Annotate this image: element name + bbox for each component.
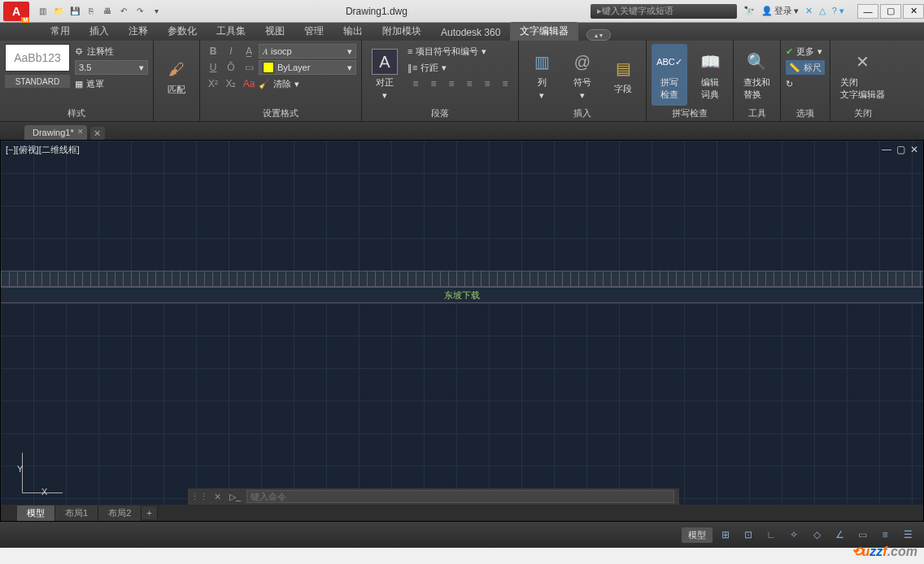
align-center-button[interactable]: ≡ <box>425 76 442 91</box>
mask-button[interactable]: ▦ 遮罩 <box>75 76 148 91</box>
ribbon-collapse-button[interactable]: ▴ ▾ <box>586 29 611 41</box>
drawing-canvas[interactable]: [−][俯视][二维线框] — ▢ ✕ 东坡下载 Y X ⋮⋮ ✕ ▷_ 模型 … <box>0 140 924 522</box>
panel-match: 🖌 匹配 <box>154 41 200 121</box>
edit-dict-button[interactable]: 📖编辑 词典 <box>692 44 728 106</box>
tab-parametric[interactable]: 参数化 <box>158 22 207 41</box>
status-dyn-icon[interactable]: ▭ <box>852 527 872 543</box>
vp-minimize-icon[interactable]: — <box>882 144 891 155</box>
redo-opt-button[interactable]: ↻ <box>786 76 825 91</box>
overline-button[interactable]: Ō <box>223 60 239 75</box>
match-button[interactable]: 🖌 匹配 <box>159 44 194 108</box>
align-right-button[interactable]: ≡ <box>443 76 460 91</box>
qat-undo-icon[interactable]: ↶ <box>117 5 130 18</box>
vp-maximize-icon[interactable]: ▢ <box>896 144 905 155</box>
column-icon: ▥ <box>529 49 555 75</box>
command-input[interactable] <box>246 490 674 503</box>
tab-home[interactable]: 常用 <box>41 22 80 41</box>
align-dist-button[interactable]: ≡ <box>479 76 495 91</box>
login-button[interactable]: 👤 登录 ▾ <box>761 5 799 17</box>
tab-manage[interactable]: 管理 <box>294 22 333 41</box>
tab-close-icon[interactable]: ✕ <box>77 128 84 136</box>
justify-button[interactable]: A 对正▾ <box>367 44 403 106</box>
align-justify-button[interactable]: ≡ <box>461 76 477 91</box>
qat-new-icon[interactable]: ▥ <box>36 5 49 18</box>
layer-color-dropdown[interactable]: ByLayer▾ <box>259 60 356 75</box>
status-grid-icon[interactable]: ⊞ <box>716 527 735 543</box>
clear-format-button[interactable]: 🧹 清除 ▾ <box>259 76 299 91</box>
tab-tools[interactable]: 工具集 <box>207 22 255 41</box>
tab-addins[interactable]: 附加模块 <box>373 22 431 41</box>
vp-close-icon[interactable]: ✕ <box>910 144 918 155</box>
status-otrack-icon[interactable]: ∠ <box>830 527 849 543</box>
font-dropdown[interactable]: 𝐴 isocp▾ <box>259 44 356 59</box>
style-name[interactable]: STANDARD <box>5 75 70 88</box>
layout-tab-add[interactable]: + <box>142 506 157 519</box>
add-document-tab[interactable]: ✕ <box>90 127 105 140</box>
italic-button[interactable]: I <box>223 44 239 59</box>
minimize-button[interactable]: — <box>857 4 878 19</box>
find-replace-button[interactable]: 🔍查找和 替换 <box>739 44 775 106</box>
binoculars-icon[interactable]: 🔭 <box>743 6 755 16</box>
inline-text[interactable]: 东坡下载 <box>444 289 480 302</box>
close-button[interactable]: ✕ <box>903 4 924 19</box>
spellcheck-button[interactable]: ABC✓拼写 检查 <box>652 44 687 106</box>
font-icon: A̲ <box>241 44 257 59</box>
layout-tab-2[interactable]: 布局2 <box>98 505 142 521</box>
status-snap-icon[interactable]: ⊡ <box>739 527 758 543</box>
field-button[interactable]: ▤字段 <box>605 44 641 106</box>
more-options-button[interactable]: ✔ 更多 ▾ <box>786 44 825 59</box>
bold-button[interactable]: B <box>205 44 221 59</box>
qat-saveas-icon[interactable]: ⎘ <box>85 5 98 18</box>
bullets-button[interactable]: ≡ 项目符号和编号 ▾ <box>408 44 513 59</box>
tab-a360[interactable]: Autodesk 360 <box>431 24 510 41</box>
status-model-button[interactable]: 模型 <box>682 527 713 543</box>
case-button[interactable]: Aa <box>241 76 257 91</box>
status-osnap-icon[interactable]: ◇ <box>807 527 826 543</box>
subscript-button[interactable]: X₂ <box>223 76 239 91</box>
document-tab[interactable]: Drawing1*✕ <box>24 125 87 140</box>
line-spacing-button[interactable]: ‖≡ 行距 ▾ <box>408 60 513 75</box>
text-edit-band[interactable]: 东坡下载 <box>1 287 923 303</box>
status-bar: 模型 ⊞ ⊡ ∟ ✧ ◇ ∠ ▭ ≡ ☰ <box>0 522 924 548</box>
ribbon-tab-strip: 常用 插入 注释 参数化 工具集 视图 管理 输出 附加模块 Autodesk … <box>0 23 924 41</box>
annotative-toggle[interactable]: ⯐ 注释性 <box>75 44 148 59</box>
tab-view[interactable]: 视图 <box>255 22 294 41</box>
cmd-handle-icon[interactable]: ⋮⋮ <box>193 490 206 503</box>
app-icon[interactable]: AM <box>3 2 29 21</box>
tab-text-editor[interactable]: 文字编辑器 <box>510 22 578 41</box>
dictionary-icon: 📖 <box>697 49 723 75</box>
align-fit-button[interactable]: ≡ <box>497 76 513 91</box>
a360-icon[interactable]: △ <box>819 6 826 16</box>
symbol-button[interactable]: @符号▾ <box>564 44 600 106</box>
qat-print-icon[interactable]: 🖶 <box>101 5 114 18</box>
text-ruler[interactable] <box>1 271 923 287</box>
exchange-icon[interactable]: ✕ <box>805 6 813 16</box>
layout-tab-model[interactable]: 模型 <box>17 505 55 521</box>
search-input[interactable]: ▸ 键入关键字或短语 <box>591 4 737 19</box>
status-menu-icon[interactable]: ☰ <box>898 527 917 543</box>
underline-button[interactable]: U <box>205 60 221 75</box>
ruler-toggle[interactable]: 📏 标尺 <box>786 60 825 75</box>
style-preview[interactable]: AaBb123 <box>5 44 70 72</box>
qat-more-icon[interactable]: ▾ <box>150 5 163 18</box>
status-ortho-icon[interactable]: ∟ <box>761 527 781 543</box>
layout-tab-1[interactable]: 布局1 <box>55 505 98 521</box>
title-bar: AM ▥ 📁 💾 ⎘ 🖶 ↶ ↷ ▾ Drawing1.dwg ▸ 键入关键字或… <box>0 0 924 23</box>
superscript-button[interactable]: X² <box>205 76 221 91</box>
qat-redo-icon[interactable]: ↷ <box>133 5 146 18</box>
tab-insert[interactable]: 插入 <box>80 22 119 41</box>
qat-open-icon[interactable]: 📁 <box>52 5 65 18</box>
text-height-dropdown[interactable]: 3.5▾ <box>75 60 148 75</box>
align-left-button[interactable]: ≡ <box>408 76 424 91</box>
viewport-label[interactable]: [−][俯视][二维线框] <box>6 144 80 156</box>
help-icon[interactable]: ? ▾ <box>832 6 844 16</box>
tab-output[interactable]: 输出 <box>333 22 373 41</box>
close-editor-button[interactable]: ✕关闭 文字编辑器 <box>835 44 890 106</box>
cmd-close-icon[interactable]: ✕ <box>211 490 224 503</box>
column-button[interactable]: ▥列▾ <box>524 44 560 106</box>
qat-save-icon[interactable]: 💾 <box>68 5 81 18</box>
status-polar-icon[interactable]: ✧ <box>784 527 804 543</box>
maximize-button[interactable]: ▢ <box>880 4 901 19</box>
tab-annotate[interactable]: 注释 <box>119 22 158 41</box>
status-lwt-icon[interactable]: ≡ <box>875 527 895 543</box>
